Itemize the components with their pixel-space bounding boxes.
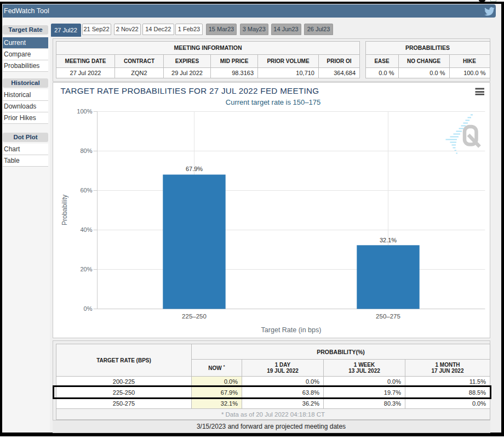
- svg-text:0%: 0%: [83, 305, 92, 312]
- svg-text:TARGET RATE PROBABILITIES FOR: TARGET RATE PROBABILITIES FOR 27 JUL 202…: [60, 86, 319, 95]
- svg-text:Target Rate (in bps): Target Rate (in bps): [261, 326, 321, 334]
- svg-text:80%: 80%: [80, 147, 92, 154]
- svg-text:67.9%: 67.9%: [185, 165, 202, 172]
- svg-text:Current target rate is 150–175: Current target rate is 150–175: [225, 98, 320, 106]
- svg-text:100%: 100%: [77, 108, 92, 115]
- svg-text:Probability: Probability: [61, 194, 68, 225]
- svg-text:225–250: 225–250: [182, 312, 207, 319]
- svg-text:40%: 40%: [80, 226, 92, 233]
- svg-text:60%: 60%: [80, 187, 92, 194]
- svg-text:250–275: 250–275: [376, 312, 400, 319]
- svg-text:20%: 20%: [80, 266, 92, 272]
- svg-text:32.1%: 32.1%: [379, 236, 396, 243]
